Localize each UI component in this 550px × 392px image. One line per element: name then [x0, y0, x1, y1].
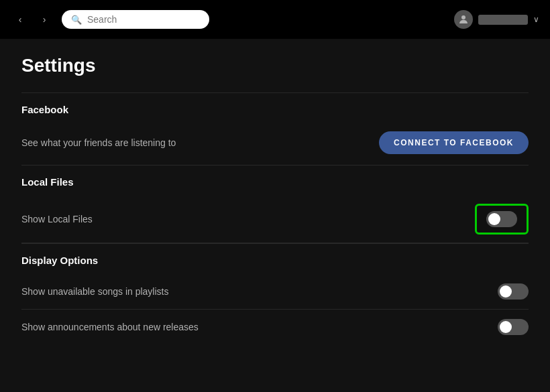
- announcements-toggle[interactable]: [498, 319, 529, 335]
- show-local-files-toggle-track[interactable]: [486, 211, 517, 227]
- unavailable-songs-label: Show unavailable songs in playlists: [21, 286, 168, 297]
- forward-button[interactable]: ›: [35, 10, 54, 29]
- unavailable-songs-row: Show unavailable songs in playlists: [21, 274, 529, 310]
- display-options-section-header: Display Options: [21, 255, 529, 266]
- page-title: Settings: [21, 55, 529, 76]
- display-options-section: Display Options Show unavailable songs i…: [21, 243, 529, 344]
- facebook-description: See what your friends are listening to: [21, 137, 176, 148]
- unavailable-songs-toggle[interactable]: [498, 283, 529, 300]
- search-input[interactable]: [87, 14, 195, 25]
- nav-arrows: ‹ ›: [11, 10, 54, 29]
- announcements-label: Show announcements about new releases: [21, 322, 199, 332]
- back-button[interactable]: ‹: [11, 10, 30, 29]
- show-local-files-toggle-thumb: [488, 213, 500, 225]
- top-bar: ‹ › 🔍 ████████ ∨: [0, 0, 550, 39]
- main-content: Settings Facebook See what your friends …: [0, 39, 550, 392]
- back-icon: ‹: [19, 14, 22, 25]
- show-local-files-label: Show Local Files: [21, 214, 93, 224]
- facebook-section-header: Facebook: [21, 104, 529, 115]
- unavailable-songs-toggle-track[interactable]: [498, 283, 529, 300]
- facebook-section: Facebook See what your friends are liste…: [21, 92, 529, 165]
- show-local-files-row: Show Local Files: [21, 196, 529, 243]
- local-files-section-header: Local Files: [21, 176, 529, 188]
- announcements-toggle-thumb: [500, 321, 512, 333]
- unavailable-songs-toggle-thumb: [500, 285, 512, 298]
- avatar: [454, 10, 473, 29]
- show-local-files-toggle[interactable]: [486, 211, 517, 227]
- highlight-region: [475, 204, 529, 235]
- connect-to-facebook-button[interactable]: CONNECT TO FACEBOOK: [379, 131, 529, 154]
- announcements-row: Show announcements about new releases: [21, 310, 529, 344]
- svg-point-0: [461, 15, 465, 19]
- user-name: ████████: [478, 15, 528, 25]
- announcements-toggle-track[interactable]: [498, 319, 529, 335]
- facebook-row: See what your friends are listening to C…: [21, 123, 529, 165]
- chevron-down-icon[interactable]: ∨: [533, 15, 539, 24]
- user-area: ████████ ∨: [454, 10, 539, 29]
- search-box: 🔍: [62, 10, 209, 29]
- forward-icon: ›: [43, 14, 46, 25]
- search-icon: 🔍: [71, 15, 82, 25]
- local-files-section: Local Files Show Local Files: [21, 165, 529, 243]
